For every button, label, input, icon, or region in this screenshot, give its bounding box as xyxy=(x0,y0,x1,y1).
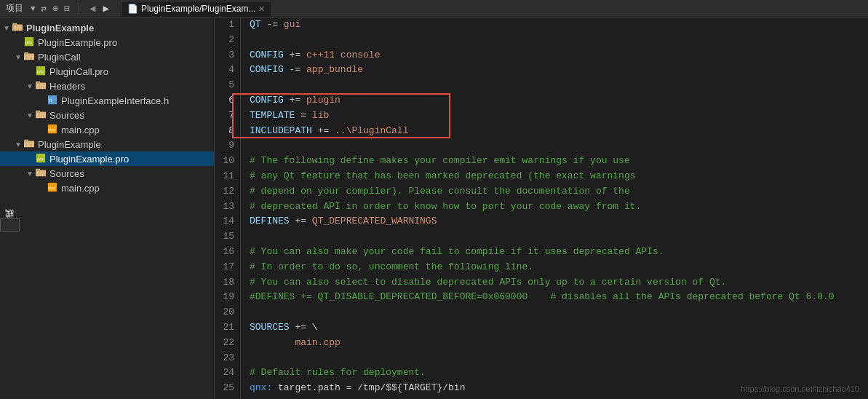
sidebar: ▼PluginExampleproPluginExample.pro▼Plugi… xyxy=(0,17,215,399)
main-content: ▼PluginExampleproPluginExample.pro▼Plugi… xyxy=(0,17,868,399)
svg-rect-1 xyxy=(12,23,17,26)
tab-close-icon[interactable]: ✕ xyxy=(258,4,265,14)
token-op: += xyxy=(312,125,335,136)
tree-node-icon xyxy=(35,80,47,92)
tree-node-icon xyxy=(35,109,47,121)
project-title: 项目 xyxy=(6,2,23,15)
tree-item-plugin-example-root[interactable]: ▼PluginExample xyxy=(0,20,214,35)
token-val: gui xyxy=(284,19,300,30)
tree-item-label: Sources xyxy=(49,168,84,179)
tree-item-sources2[interactable]: ▼Sources xyxy=(0,166,214,181)
svg-text:h: h xyxy=(49,98,52,103)
add-icon[interactable]: ⊕ xyxy=(52,3,58,15)
token-val: plugin xyxy=(306,95,341,106)
tree-item-main-cpp1[interactable]: cppmain.cpp xyxy=(0,122,214,137)
top-bar: 项目 ▼ ⇄ ⊕ ⊟ ◀ ▶ 📄 PluginExample/PluginExa… xyxy=(0,0,868,17)
tree-item-plugin-example-pro2[interactable]: proPluginExample.pro xyxy=(0,151,214,166)
tree-node-icon xyxy=(23,51,35,63)
line-number: 15 xyxy=(220,229,234,245)
tree-item-plugin-call[interactable]: ▼PluginCall xyxy=(0,50,214,64)
code-line: # The following define makes your compil… xyxy=(250,154,868,169)
token-var: QT xyxy=(250,19,261,30)
token-op: -= xyxy=(284,64,306,75)
code-line: SOURCES += \ xyxy=(250,320,868,336)
line-number: 2 xyxy=(220,33,234,48)
svg-text:pro: pro xyxy=(37,68,44,74)
line-number: 9 xyxy=(220,138,234,154)
tree-arrow-icon: ▼ xyxy=(26,170,35,178)
tree-node-icon: cpp xyxy=(47,182,58,194)
tree-arrow-icon: ▼ xyxy=(26,111,35,119)
svg-rect-13 xyxy=(36,111,40,114)
code-line: INCLUDEPATH += ..\PluginCall xyxy=(250,124,868,139)
tree-arrow-icon: ▼ xyxy=(3,24,12,32)
tree-node-icon: pro xyxy=(35,66,47,77)
code-line: else: unix:!android: target.path = /opt/… xyxy=(250,396,868,399)
tree-node-icon xyxy=(35,167,47,179)
collapse-icon[interactable]: ⊟ xyxy=(64,3,70,15)
token-comment: # any Qt feature that has been marked de… xyxy=(250,170,636,181)
tree-node-icon: h xyxy=(47,95,58,106)
token-op: += xyxy=(284,50,306,60)
tree-item-label: PluginExample xyxy=(26,23,94,33)
mode-label[interactable]: 模式 xyxy=(0,218,20,232)
tree-item-label: PluginExample.pro xyxy=(38,37,117,48)
token-var: SOURCES xyxy=(250,322,290,333)
tree-item-main-cpp2[interactable]: cppmain.cpp xyxy=(0,181,214,195)
tree-item-plugin-example-node[interactable]: ▼PluginExample xyxy=(0,137,214,151)
tree-node-icon: pro xyxy=(23,36,35,48)
token-comment: # You can also select to disable depreca… xyxy=(250,277,726,288)
line-number: 14 xyxy=(220,214,234,229)
filter-icon[interactable]: ▼ xyxy=(31,4,36,13)
token-val: lib xyxy=(312,110,329,121)
token-comment: # depend on your compiler). Please consu… xyxy=(250,186,630,197)
code-line: # In order to do so, uncomment the follo… xyxy=(250,260,868,275)
nav-forward[interactable]: ▶ xyxy=(102,2,111,15)
line-number: 24 xyxy=(220,366,234,381)
tree-item-plugin-call-pro[interactable]: proPluginCall.pro xyxy=(0,64,214,79)
tree-item-label: main.cpp xyxy=(61,183,100,194)
code-line: CONFIG -= app_bundle xyxy=(250,63,868,78)
line-number: 21 xyxy=(220,320,234,336)
token-comment: # Default rules for deployment. xyxy=(250,367,426,378)
line-number: 3 xyxy=(220,48,234,63)
tree-item-sources1[interactable]: ▼Sources xyxy=(0,108,214,122)
code-line: main.cpp xyxy=(250,336,868,351)
code-line: # You can also select to disable depreca… xyxy=(250,275,868,291)
tree-item-plugin-example-pro[interactable]: proPluginExample.pro xyxy=(0,35,214,50)
code-content[interactable]: QT -= gui​CONFIG += c++11 consoleCONFIG … xyxy=(241,17,868,399)
token-kw: qnx: xyxy=(250,382,272,393)
tree-item-headers[interactable]: ▼Headers xyxy=(0,79,214,93)
tab-file-icon: 📄 xyxy=(127,4,138,14)
tree-item-plugin-example-interface-h[interactable]: hPluginExampleInterface.h xyxy=(0,93,214,108)
token-comment: # You can also make your code fail to co… xyxy=(250,246,664,257)
token-val: app_bundle xyxy=(306,64,363,75)
code-line: # depend on your compiler). Please consu… xyxy=(250,184,868,200)
editor[interactable]: 1234567891011121314151617181920212223242… xyxy=(215,17,868,399)
line-number: 26 xyxy=(220,396,234,399)
token-val: ..\PluginCall xyxy=(335,125,408,136)
line-number: 10 xyxy=(220,154,234,169)
line-number: 19 xyxy=(220,290,234,305)
token-val: main.cpp xyxy=(250,337,341,348)
tree-node-icon: pro xyxy=(35,153,47,165)
active-tab[interactable]: 📄 PluginExample/PluginExam... ✕ xyxy=(121,1,271,17)
token-comment: # deprecated API in order to know how to… xyxy=(250,201,641,212)
tab-bar: 📄 PluginExample/PluginExam... ✕ xyxy=(121,1,862,17)
line-number: 7 xyxy=(220,108,234,124)
nav-back[interactable]: ◀ xyxy=(88,2,97,15)
tree-arrow-icon: ▼ xyxy=(26,82,35,90)
sync-icon[interactable]: ⇄ xyxy=(41,3,47,15)
svg-text:cpp: cpp xyxy=(48,127,55,132)
token-comment: # In order to do so, uncomment the follo… xyxy=(250,261,533,272)
watermark: https://blog.csdn.net/lizhichao410 xyxy=(741,384,859,393)
token-val: QT_DEPRECATED_WARNINGS xyxy=(312,216,437,226)
token-op: -= xyxy=(261,19,284,30)
line-number: 17 xyxy=(220,260,234,275)
tree-item-label: PluginExample.pro xyxy=(49,154,129,165)
line-number: 1 xyxy=(220,17,234,33)
tree-arrow-icon: ▼ xyxy=(15,53,23,61)
line-number: 12 xyxy=(220,184,234,200)
code-line: ​ xyxy=(250,33,868,48)
tree-item-label: main.cpp xyxy=(61,125,100,135)
